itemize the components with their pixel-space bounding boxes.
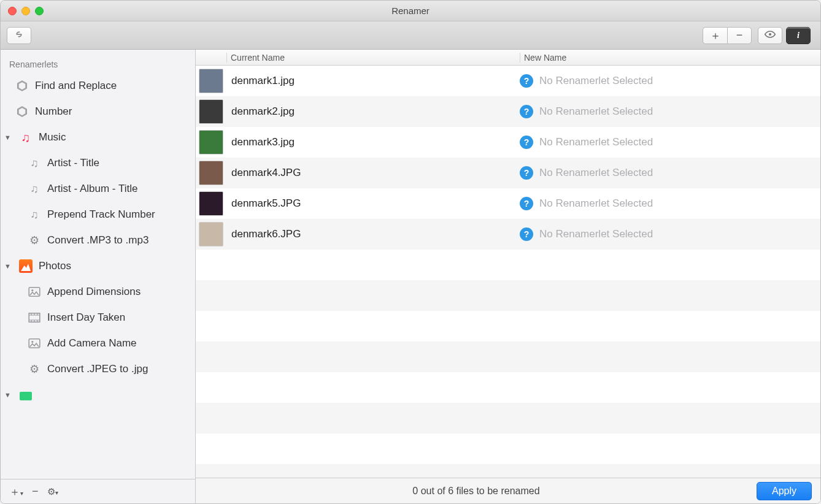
sidebar-add-button[interactable]: ＋▾ — [9, 484, 23, 499]
link-button[interactable] — [7, 27, 31, 44]
new-name-message: No Renamerlet Selected — [539, 228, 653, 240]
toolbar: ＋ − i — [1, 21, 820, 50]
eye-icon — [764, 30, 776, 40]
empty-row — [196, 311, 820, 342]
add-file-button[interactable]: ＋ — [703, 27, 727, 44]
sidebar: Renamerlets Find and ReplaceNumber▼♫Musi… — [1, 50, 196, 503]
sidebar-item-label: Add Camera Name — [47, 337, 137, 349]
sidebar-item[interactable]: ⚙Convert .MP3 to .mp3 — [1, 227, 195, 253]
new-name-cell: ?No Renamerlet Selected — [520, 197, 820, 210]
sidebar-item-label: Append Dimensions — [47, 286, 141, 298]
sidebar-item-label: Music — [39, 131, 66, 143]
minus-icon: − — [736, 29, 743, 42]
empty-row — [196, 372, 820, 403]
empty-row — [196, 250, 820, 280]
current-name-cell: denmark4.JPG — [226, 167, 520, 179]
new-name-cell: ?No Renamerlet Selected — [520, 105, 820, 118]
sidebar-action-button[interactable]: ⚙▾ — [47, 486, 58, 497]
sidebar-group-[interactable]: ▼ — [1, 382, 195, 408]
sidebar-item-label: Prepend Track Number — [47, 208, 155, 221]
col-current-name[interactable]: Current Name — [226, 53, 520, 63]
remove-file-button[interactable]: − — [727, 27, 752, 44]
sidebar-item[interactable]: Add Camera Name — [1, 330, 195, 356]
empty-row — [196, 342, 820, 372]
status-text: 0 out of 6 files to be renamed — [204, 486, 748, 497]
sidebar-item[interactable]: ♫Prepend Track Number — [1, 202, 195, 227]
cube-icon — [15, 105, 29, 118]
table-row[interactable]: denmark2.jpg?No Renamerlet Selected — [196, 96, 820, 127]
sidebar-item-label: Find and Replace — [35, 80, 117, 92]
link-icon — [13, 30, 25, 40]
new-name-message: No Renamerlet Selected — [539, 167, 653, 179]
current-name-cell: denmark2.jpg — [226, 105, 520, 118]
table-row[interactable]: denmark3.jpg?No Renamerlet Selected — [196, 127, 820, 158]
empty-row — [196, 464, 820, 478]
disclosure-triangle-icon[interactable]: ▼ — [4, 391, 10, 399]
disclosure-triangle-icon[interactable]: ▼ — [4, 262, 10, 270]
disclosure-triangle-icon[interactable]: ▼ — [4, 134, 10, 141]
cube-icon — [15, 79, 29, 93]
table-row[interactable]: denmark1.jpg?No Renamerlet Selected — [196, 66, 820, 96]
img-icon — [28, 285, 41, 299]
file-rows[interactable]: denmark1.jpg?No Renamerlet Selecteddenma… — [196, 66, 820, 478]
plus-icon: ＋ — [710, 28, 721, 43]
sidebar-item[interactable]: ♫Artist - Title — [1, 150, 195, 176]
titlebar: Renamer — [1, 1, 820, 21]
sidebar-footer: ＋▾ − ⚙▾ — [1, 479, 195, 503]
file-thumbnail — [199, 222, 223, 246]
sidebar-item[interactable]: Number — [1, 99, 195, 124]
sidebar-group-music[interactable]: ▼♫Music — [1, 124, 195, 150]
file-thumbnail — [199, 191, 223, 216]
preview-button[interactable] — [758, 27, 782, 44]
sidebar-item[interactable]: Find and Replace — [1, 73, 195, 99]
table-row[interactable]: denmark6.JPG?No Renamerlet Selected — [196, 219, 820, 250]
sidebar-remove-button[interactable]: − — [32, 485, 39, 498]
sidebar-header: Renamerlets — [1, 53, 195, 73]
question-icon: ? — [520, 166, 533, 180]
photo-icon — [19, 259, 33, 273]
new-name-cell: ?No Renamerlet Selected — [520, 136, 820, 149]
sidebar-item-label: Convert .JPEG to .jpg — [47, 363, 148, 375]
sidebar-item[interactable]: Insert Day Taken — [1, 305, 195, 330]
empty-row — [196, 280, 820, 311]
sidebar-group-photos[interactable]: ▼Photos — [1, 253, 195, 279]
col-new-name[interactable]: New Name — [520, 53, 820, 63]
info-icon: i — [797, 31, 800, 40]
question-icon: ? — [520, 105, 533, 118]
empty-row — [196, 433, 820, 464]
file-list-pane: Current Name New Name denmark1.jpg?No Re… — [196, 50, 820, 503]
new-name-cell: ?No Renamerlet Selected — [520, 74, 820, 88]
svg-point-0 — [769, 33, 771, 36]
sidebar-scroll[interactable]: Renamerlets Find and ReplaceNumber▼♫Musi… — [1, 50, 195, 479]
add-remove-segment: ＋ − — [703, 27, 752, 44]
current-name-cell: denmark3.jpg — [226, 136, 520, 148]
file-thumbnail — [199, 130, 223, 155]
svg-point-2 — [31, 289, 33, 291]
note-icon: ♫ — [28, 208, 41, 221]
img-icon — [28, 337, 41, 350]
sidebar-item-label: Artist - Title — [47, 157, 99, 169]
sidebar-item[interactable]: ⚙Convert .JPEG to .jpg — [1, 356, 195, 382]
sidebar-item-label: Insert Day Taken — [47, 311, 125, 324]
footer-bar: 0 out of 6 files to be renamed Apply — [196, 478, 820, 503]
apply-button[interactable]: Apply — [757, 482, 812, 500]
music-icon: ♫ — [19, 131, 33, 144]
new-name-message: No Renamerlet Selected — [539, 197, 653, 210]
table-row[interactable]: denmark5.JPG?No Renamerlet Selected — [196, 188, 820, 219]
body-split: Renamerlets Find and ReplaceNumber▼♫Musi… — [1, 50, 820, 503]
film-icon — [28, 311, 41, 324]
note-icon: ♫ — [28, 156, 41, 170]
sidebar-item-label: Artist - Album - Title — [47, 183, 137, 195]
sidebar-item[interactable]: ♫Artist - Album - Title — [1, 176, 195, 202]
table-row[interactable]: denmark4.JPG?No Renamerlet Selected — [196, 158, 820, 188]
archive-icon — [19, 388, 33, 402]
new-name-message: No Renamerlet Selected — [539, 136, 653, 148]
sidebar-item-label: Convert .MP3 to .mp3 — [47, 234, 148, 246]
svg-point-5 — [31, 341, 33, 343]
current-name-cell: denmark1.jpg — [226, 75, 520, 87]
sidebar-item[interactable]: Append Dimensions — [1, 279, 195, 305]
column-headers: Current Name New Name — [196, 50, 820, 66]
question-icon: ? — [520, 74, 533, 88]
file-thumbnail — [199, 161, 223, 185]
info-button[interactable]: i — [786, 27, 811, 44]
